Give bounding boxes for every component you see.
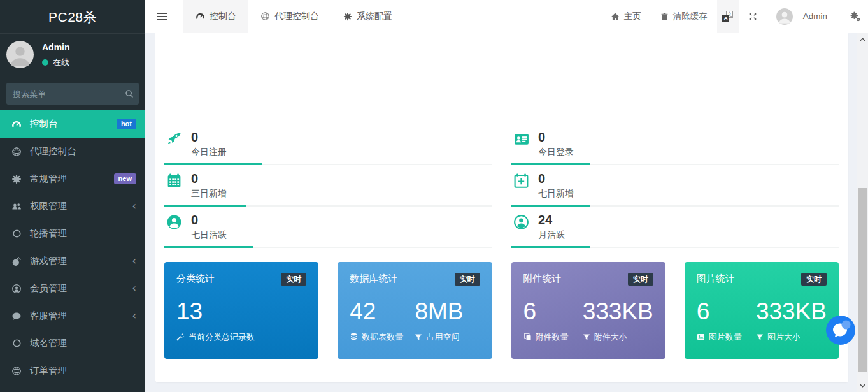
sidebar-item-general-mgmt[interactable]: 常规管理 new	[0, 165, 145, 192]
stat-progress-bar	[164, 246, 253, 248]
stat-today-register: 0 今日注册	[164, 124, 492, 165]
sidebar-item-order-mgmt[interactable]: 订单管理	[0, 357, 145, 384]
app-logo: PC28杀	[0, 0, 145, 34]
sidebar-item-permission-mgmt[interactable]: 权限管理 ‹	[0, 192, 145, 220]
sidebar-item-label: 轮播管理	[30, 228, 67, 240]
navbar-tabs: 控制台 代理控制台 系统配置	[183, 0, 404, 33]
card-value: 333KB	[583, 298, 653, 326]
card-category-stats: 分类统计 实时 13 当前分类总记录数	[164, 262, 318, 359]
sidebar-item-member-mgmt[interactable]: 会员管理 ‹	[0, 275, 145, 302]
tab-label: 控制台	[210, 11, 236, 22]
navbar-user-menu[interactable]: Admin	[767, 0, 843, 33]
card-value-label: 数据表数量	[362, 331, 403, 343]
sidebar-menu: 控制台 hot 代理控制台 常规管理 new 权限管理 ‹ 轮播管理 游戏管理 …	[0, 110, 145, 392]
navbar-right: 主页 清除缓存 文A Admin	[601, 0, 868, 33]
card-image-stats: 图片统计 实时 6 图片数量 333KB	[685, 262, 839, 359]
sidebar-item-label: 域名管理	[30, 337, 67, 349]
scroll-down-arrow[interactable]	[857, 381, 868, 391]
stat-label: 七日新增	[538, 188, 839, 200]
tab-dashboard[interactable]: 控制台	[183, 0, 248, 33]
translate-icon: 文A	[722, 11, 733, 22]
tab-label: 代理控制台	[274, 11, 319, 22]
dashboard-icon	[10, 119, 23, 129]
chat-widget-button[interactable]	[826, 316, 855, 345]
card-database-stats: 数据库统计 实时 42 数据表数量 8MB	[338, 262, 492, 359]
comment-icon	[10, 311, 23, 321]
stat-value: 0	[538, 171, 839, 185]
user-circle-outline-icon	[513, 214, 529, 230]
filter-icon	[415, 333, 422, 341]
home-link[interactable]: 主页	[601, 0, 651, 33]
user-status-label: 在线	[53, 57, 69, 68]
scroll-up-arrow[interactable]	[857, 34, 868, 45]
stat-today-login: 0 今日登录	[511, 124, 839, 165]
card-value-label: 图片大小	[767, 331, 800, 343]
clear-cache-button[interactable]: 清除缓存	[651, 0, 717, 33]
fullscreen-icon	[748, 12, 757, 21]
stat-label: 今日注册	[191, 147, 492, 158]
database-icon	[350, 333, 358, 341]
vertical-scrollbar	[857, 33, 868, 392]
main-content: 0 今日注册 0 今日登录 0 三日新增 0 七日新增	[145, 33, 857, 392]
stat-value: 0	[191, 130, 492, 144]
sidebar-item-game-mgmt[interactable]: 游戏管理 ‹	[0, 247, 145, 275]
circle-icon	[10, 229, 23, 238]
card-title: 数据库统计	[350, 273, 397, 285]
clear-cache-label: 清除缓存	[673, 11, 708, 22]
tab-system-config[interactable]: 系统配置	[331, 0, 404, 33]
top-navbar: 控制台 代理控制台 系统配置 主页 清除缓存 文A	[145, 0, 868, 33]
scrollbar-thumb[interactable]	[858, 188, 867, 372]
stat-value: 0	[191, 213, 492, 227]
realtime-badge: 实时	[455, 273, 480, 286]
stat-month-active: 24 月活跃	[511, 207, 839, 248]
sidebar-item-cash-log[interactable]: 现金日志	[0, 384, 145, 392]
realtime-badge: 实时	[628, 273, 653, 286]
sidebar-item-dashboard[interactable]: 控制台 hot	[0, 110, 145, 138]
card-value: 333KB	[756, 298, 827, 326]
user-avatar	[776, 8, 793, 25]
card-value: 13	[176, 298, 306, 326]
home-icon	[611, 12, 620, 21]
sidebar-item-carousel-mgmt[interactable]: 轮播管理	[0, 220, 145, 247]
sidebar: PC28杀 Admin 在线 控制台 hot 代理控制台	[0, 0, 145, 392]
navbar-username: Admin	[803, 11, 827, 21]
dashboard-panel: 0 今日注册 0 今日登录 0 三日新增 0 七日新增	[155, 33, 848, 382]
search-icon[interactable]	[125, 89, 134, 98]
rocket-icon	[166, 131, 182, 147]
stat-value: 0	[191, 171, 492, 185]
settings-button[interactable]	[843, 0, 868, 33]
language-switch-button[interactable]: 文A	[717, 0, 739, 33]
sidebar-item-support-mgmt[interactable]: 客服管理 ‹	[0, 302, 145, 330]
sidebar-item-agent-dashboard[interactable]: 代理控制台	[0, 138, 145, 165]
fullscreen-button[interactable]	[739, 0, 767, 33]
sidebar-item-label: 常规管理	[30, 173, 67, 185]
calendar-plus-icon	[513, 173, 529, 189]
sidebar-item-label: 会员管理	[30, 282, 67, 294]
user-name: Admin	[42, 42, 70, 52]
card-value-label: 附件大小	[594, 331, 627, 343]
dashboard-icon	[196, 11, 205, 21]
tab-agent-dashboard[interactable]: 代理控制台	[248, 0, 331, 33]
home-label: 主页	[624, 11, 641, 22]
trash-icon	[660, 12, 669, 21]
search-input[interactable]	[13, 89, 125, 99]
sidebar-item-domain-mgmt[interactable]: 域名管理	[0, 330, 145, 357]
sidebar-item-label: 控制台	[30, 118, 58, 130]
magic-wand-icon	[176, 333, 185, 341]
card-title: 图片统计	[697, 273, 735, 285]
card-value: 6	[697, 298, 756, 326]
bomb-icon	[10, 256, 23, 266]
sphere-icon	[10, 147, 23, 157]
image-icon	[697, 333, 705, 341]
sidebar-user-panel: Admin 在线	[0, 34, 145, 75]
copy-icon	[523, 333, 532, 341]
id-card-icon	[513, 131, 530, 147]
stat-progress-bar	[511, 246, 590, 248]
realtime-badge: 实时	[801, 273, 827, 286]
cogs-icon	[10, 174, 23, 184]
sidebar-toggle-button[interactable]	[145, 11, 177, 22]
summary-cards: 分类统计 实时 13 当前分类总记录数 数据库统计	[155, 248, 848, 359]
card-value-label: 附件数量	[536, 331, 569, 343]
stat-label: 今日登录	[538, 147, 839, 158]
sidebar-item-label: 客服管理	[30, 310, 67, 322]
